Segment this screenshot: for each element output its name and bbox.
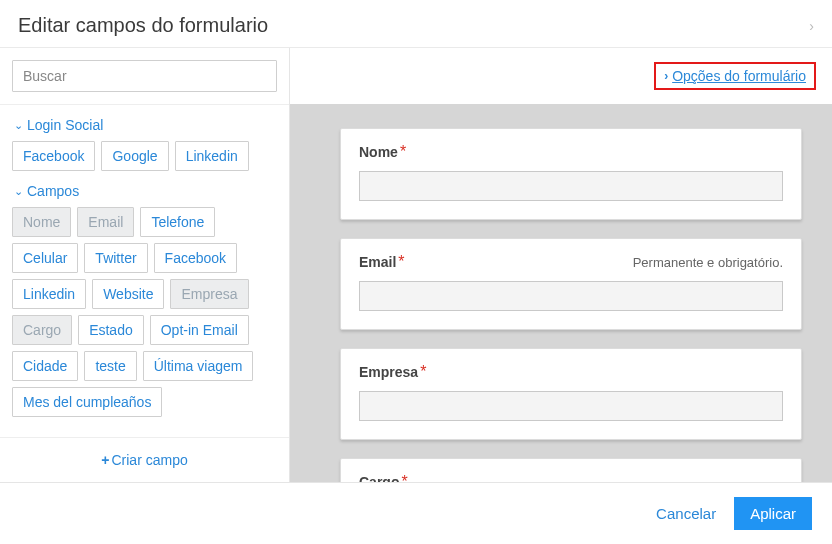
field-label: Empresa (359, 364, 418, 380)
required-marker: * (400, 143, 406, 160)
field-input-preview (359, 281, 783, 311)
required-marker: * (420, 363, 426, 380)
field-card-nome[interactable]: Nome* (340, 128, 802, 220)
chevron-down-icon: ⌄ (14, 185, 23, 198)
tag-empresa[interactable]: Empresa (170, 279, 248, 309)
tag-mes-cumpleanos[interactable]: Mes del cumpleaños (12, 387, 162, 417)
field-card-empresa[interactable]: Empresa* (340, 348, 802, 440)
field-label: Cargo (359, 474, 399, 482)
tag-twitter[interactable]: Twitter (84, 243, 147, 273)
field-head: Nome* (359, 143, 783, 161)
create-field-button[interactable]: +Criar campo (0, 437, 289, 482)
form-options-link[interactable]: › Opções do formulário (654, 62, 816, 90)
field-card-cargo[interactable]: Cargo* (340, 458, 802, 482)
field-note: Permanente e obrigatório. (633, 255, 783, 270)
tag-google-social[interactable]: Google (101, 141, 168, 171)
field-head: Empresa* (359, 363, 783, 381)
tag-linkedin-social[interactable]: Linkedin (175, 141, 249, 171)
dialog-title: Editar campos do formulario (18, 14, 268, 37)
tag-linkedin[interactable]: Linkedin (12, 279, 86, 309)
main-toolbar: › Opções do formulário (290, 48, 832, 104)
tag-telefone[interactable]: Telefone (140, 207, 215, 237)
login-social-tags: Facebook Google Linkedin (12, 141, 277, 171)
tag-optin-email[interactable]: Opt-in Email (150, 315, 249, 345)
field-head: Cargo* (359, 473, 783, 482)
tag-teste[interactable]: teste (84, 351, 136, 381)
create-field-label: Criar campo (111, 452, 187, 468)
tag-celular[interactable]: Celular (12, 243, 78, 273)
chevron-down-icon: ⌄ (14, 119, 23, 132)
cancel-button[interactable]: Cancelar (656, 505, 716, 522)
preview-area: Nome* Email* Permanente e obrigatório. (290, 104, 832, 482)
tag-cargo[interactable]: Cargo (12, 315, 72, 345)
field-input-preview (359, 171, 783, 201)
dialog-body: ⌄ Login Social Facebook Google Linkedin … (0, 48, 832, 482)
search-wrap (0, 48, 289, 104)
field-input-preview (359, 391, 783, 421)
section-campos[interactable]: ⌄ Campos (12, 171, 277, 207)
chevron-right-icon: › (664, 69, 668, 83)
form-options-label[interactable]: Opções do formulário (672, 68, 806, 84)
apply-button[interactable]: Aplicar (734, 497, 812, 530)
search-input[interactable] (12, 60, 277, 92)
field-card-email[interactable]: Email* Permanente e obrigatório. (340, 238, 802, 330)
main: › Opções do formulário Nome* Email* Pe (290, 48, 832, 482)
tag-cidade[interactable]: Cidade (12, 351, 78, 381)
tag-facebook-social[interactable]: Facebook (12, 141, 95, 171)
plus-icon: + (101, 452, 109, 468)
required-marker: * (401, 473, 407, 482)
field-label: Nome (359, 144, 398, 160)
field-head: Email* Permanente e obrigatório. (359, 253, 783, 271)
chevron-right-icon: › (809, 18, 814, 34)
dialog-footer: Cancelar Aplicar (0, 482, 832, 544)
tag-ultima-viagem[interactable]: Última viagem (143, 351, 254, 381)
sidebar: ⌄ Login Social Facebook Google Linkedin … (0, 48, 290, 482)
sidebar-scroll[interactable]: ⌄ Login Social Facebook Google Linkedin … (0, 104, 289, 437)
tag-email[interactable]: Email (77, 207, 134, 237)
tag-estado[interactable]: Estado (78, 315, 144, 345)
tag-facebook[interactable]: Facebook (154, 243, 237, 273)
dialog-header: Editar campos do formulario › (0, 0, 832, 48)
field-label: Email (359, 254, 396, 270)
section-login-social[interactable]: ⌄ Login Social (12, 105, 277, 141)
tag-website[interactable]: Website (92, 279, 164, 309)
tag-nome[interactable]: Nome (12, 207, 71, 237)
required-marker: * (398, 253, 404, 270)
section-campos-label: Campos (27, 183, 79, 199)
section-login-social-label: Login Social (27, 117, 103, 133)
campos-tags: Nome Email Telefone Celular Twitter Face… (12, 207, 277, 417)
